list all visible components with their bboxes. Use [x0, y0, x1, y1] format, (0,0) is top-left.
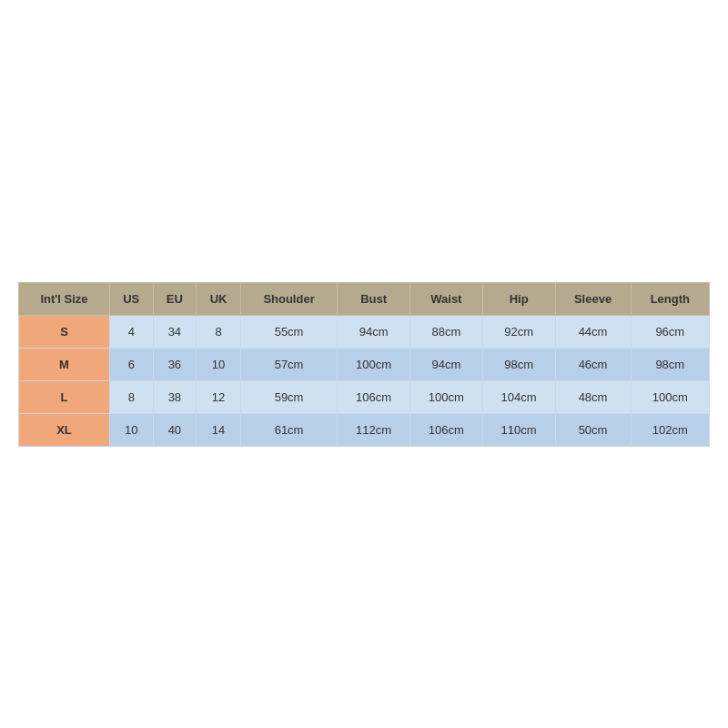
table-cell-3-9: 102cm	[631, 413, 709, 446]
table-row: L8381259cm106cm100cm104cm48cm100cm	[19, 380, 710, 413]
table-cell-0-9: 96cm	[631, 315, 709, 348]
table-cell-0-1: 4	[109, 315, 153, 348]
table-cell-3-4: 61cm	[240, 413, 337, 446]
table-row: M6361057cm100cm94cm98cm46cm98cm	[19, 348, 710, 380]
table-cell-3-3: 14	[197, 413, 241, 446]
header-cell-9: Length	[631, 282, 709, 315]
table-cell-1-5: 100cm	[338, 348, 410, 380]
table-cell-3-0: XL	[19, 413, 110, 446]
table-cell-2-7: 104cm	[482, 380, 555, 413]
header-cell-2: EU	[153, 282, 197, 315]
header-cell-5: Bust	[338, 282, 410, 315]
table-cell-2-2: 38	[153, 380, 197, 413]
table-header: Int'l SizeUSEUUKShoulderBustWaistHipSlee…	[19, 282, 710, 315]
table-cell-0-2: 34	[153, 315, 197, 348]
table-cell-3-2: 40	[153, 413, 197, 446]
table-cell-0-7: 92cm	[482, 315, 555, 348]
table-cell-0-8: 44cm	[555, 315, 631, 348]
header-cell-1: US	[109, 282, 153, 315]
header-cell-6: Waist	[410, 282, 482, 315]
table-cell-0-5: 94cm	[338, 315, 410, 348]
table-cell-2-0: L	[19, 380, 110, 413]
table-cell-2-3: 12	[197, 380, 241, 413]
header-cell-4: Shoulder	[240, 282, 337, 315]
table-cell-1-2: 36	[153, 348, 197, 380]
header-cell-8: Sleeve	[555, 282, 631, 315]
table-cell-1-1: 6	[109, 348, 153, 380]
size-chart-wrapper: Int'l SizeUSEUUKShoulderBustWaistHipSlee…	[18, 282, 710, 447]
table-cell-0-4: 55cm	[240, 315, 337, 348]
table-cell-1-4: 57cm	[240, 348, 337, 380]
table-row: XL10401461cm112cm106cm110cm50cm102cm	[19, 413, 710, 446]
table-cell-3-5: 112cm	[338, 413, 410, 446]
table-cell-0-3: 8	[197, 315, 241, 348]
table-cell-2-4: 59cm	[240, 380, 337, 413]
header-cell-3: UK	[197, 282, 241, 315]
table-cell-1-9: 98cm	[631, 348, 709, 380]
header-row: Int'l SizeUSEUUKShoulderBustWaistHipSlee…	[19, 282, 710, 315]
table-cell-2-5: 106cm	[338, 380, 410, 413]
table-cell-0-0: S	[19, 315, 110, 348]
table-cell-3-1: 10	[109, 413, 153, 446]
table-cell-1-6: 94cm	[410, 348, 482, 380]
table-cell-2-1: 8	[109, 380, 153, 413]
table-cell-3-8: 50cm	[555, 413, 631, 446]
table-row: S434855cm94cm88cm92cm44cm96cm	[19, 315, 710, 348]
table-cell-2-6: 100cm	[410, 380, 482, 413]
table-cell-2-9: 100cm	[631, 380, 709, 413]
header-cell-0: Int'l Size	[19, 282, 110, 315]
table-cell-1-3: 10	[197, 348, 241, 380]
size-chart-table: Int'l SizeUSEUUKShoulderBustWaistHipSlee…	[18, 282, 710, 447]
table-cell-1-7: 98cm	[482, 348, 555, 380]
table-cell-0-6: 88cm	[410, 315, 482, 348]
table-cell-2-8: 48cm	[555, 380, 631, 413]
header-cell-7: Hip	[482, 282, 555, 315]
table-cell-1-8: 46cm	[555, 348, 631, 380]
table-cell-3-6: 106cm	[410, 413, 482, 446]
table-cell-1-0: M	[19, 348, 110, 380]
table-body: S434855cm94cm88cm92cm44cm96cmM6361057cm1…	[19, 315, 710, 446]
table-cell-3-7: 110cm	[482, 413, 555, 446]
